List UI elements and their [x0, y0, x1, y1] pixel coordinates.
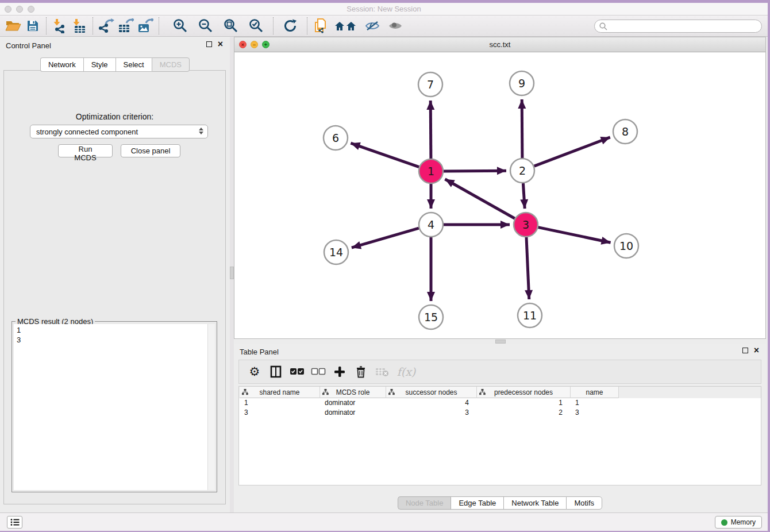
- zoom-fit-icon[interactable]: [221, 17, 241, 34]
- export-table-icon[interactable]: [116, 17, 136, 34]
- tab-select[interactable]: Select: [116, 57, 152, 72]
- zoom-selected-icon[interactable]: [247, 17, 266, 34]
- tab-node-table[interactable]: Node Table: [398, 496, 451, 510]
- node-table: shared nameMCDS rolesuccessor nodesprede…: [238, 386, 761, 485]
- graph-node-14[interactable]: 14: [324, 240, 348, 264]
- close-panel-button[interactable]: Close panel: [121, 144, 180, 157]
- gear-icon[interactable]: ⚙: [246, 363, 263, 380]
- export-image-icon[interactable]: [136, 17, 155, 34]
- hide-eye-icon[interactable]: [363, 17, 382, 34]
- horizontal-splitter[interactable]: [234, 339, 766, 344]
- graph-edge-2-8[interactable]: [534, 137, 610, 166]
- search-input[interactable]: [608, 21, 761, 32]
- splitter-handle[interactable]: [495, 340, 506, 344]
- graph-node-6[interactable]: 6: [324, 126, 348, 150]
- table-cell[interactable]: 1: [571, 398, 619, 408]
- graph-node-1[interactable]: 1: [419, 159, 443, 183]
- graph-edge-2-9[interactable]: [522, 99, 522, 158]
- float-panel-icon[interactable]: [742, 348, 748, 353]
- table-cell[interactable]: 3: [386, 408, 477, 418]
- float-panel-icon[interactable]: [206, 41, 212, 47]
- table-cell[interactable]: 4: [386, 398, 477, 408]
- tab-edge-table[interactable]: Edge Table: [451, 496, 503, 510]
- graph-node-11[interactable]: 11: [518, 303, 542, 327]
- splitter-handle[interactable]: [230, 267, 234, 279]
- import-network-icon[interactable]: [50, 17, 70, 34]
- select-all-icon[interactable]: [288, 363, 306, 380]
- column-header-successor-nodes[interactable]: successor nodes: [386, 387, 477, 398]
- criterion-dropdown[interactable]: strongly connected component: [30, 125, 208, 138]
- graph-edge-1-6[interactable]: [351, 143, 419, 167]
- close-panel-icon[interactable]: ×: [754, 348, 759, 353]
- column-header-shared-name[interactable]: shared name: [240, 387, 320, 398]
- export-network-icon[interactable]: [97, 17, 116, 34]
- column-header-MCDS-role[interactable]: MCDS role: [320, 387, 386, 398]
- run-mcds-button[interactable]: Run MCDS: [58, 144, 113, 157]
- graph-edge-1-7[interactable]: [430, 101, 431, 159]
- tab-mcds[interactable]: MCDS: [152, 57, 190, 72]
- table-cell[interactable]: 1: [477, 398, 571, 408]
- result-scrollbar[interactable]: [207, 324, 215, 490]
- unselect-all-icon[interactable]: [310, 363, 327, 380]
- function-builder-icon[interactable]: f(x): [395, 363, 418, 380]
- graph-edge-3-10[interactable]: [538, 228, 611, 243]
- show-eye-icon[interactable]: [386, 17, 405, 34]
- tab-style[interactable]: Style: [83, 57, 116, 72]
- save-icon[interactable]: [23, 17, 43, 34]
- zoom-out-icon[interactable]: [196, 17, 215, 34]
- tab-network-table[interactable]: Network Table: [503, 496, 566, 510]
- add-column-icon[interactable]: [331, 363, 348, 380]
- table-panel-title: Table Panel: [240, 348, 279, 356]
- import-table-icon[interactable]: [70, 17, 89, 34]
- task-history-button[interactable]: [7, 516, 22, 529]
- graph-node-label: 4: [428, 218, 434, 231]
- graph-node-15[interactable]: 15: [419, 305, 443, 329]
- graph-node-label: 2: [519, 164, 526, 177]
- open-file-icon[interactable]: [3, 17, 23, 34]
- graph-edge-3-1[interactable]: [445, 179, 514, 219]
- network-window-titlebar[interactable]: × − + scc.txt: [234, 37, 765, 52]
- zoom-in-icon[interactable]: [171, 17, 190, 34]
- graph-node-8[interactable]: 8: [613, 119, 637, 144]
- hierarchy-sort-icon: [388, 389, 395, 395]
- table-cell[interactable]: 1: [240, 398, 320, 408]
- graph-node-7[interactable]: 7: [418, 72, 442, 97]
- table-row[interactable]: 1dominator411: [240, 398, 761, 408]
- table-cell[interactable]: dominator: [320, 408, 386, 418]
- memory-button[interactable]: Memory: [715, 516, 762, 529]
- column-icon[interactable]: [267, 363, 284, 380]
- tab-network[interactable]: Network: [40, 57, 83, 72]
- graph-node-4[interactable]: 4: [419, 213, 443, 237]
- graph-node-label: 1: [428, 165, 434, 178]
- graph-edge-1-2[interactable]: [444, 171, 506, 171]
- graph-node-2[interactable]: 2: [510, 159, 534, 183]
- table-row[interactable]: 3dominator323: [240, 408, 761, 418]
- column-header-predecessor-nodes[interactable]: predecessor nodes: [477, 387, 571, 398]
- graph-edge-2-3[interactable]: [523, 183, 525, 209]
- refresh-layout-icon[interactable]: [280, 17, 300, 34]
- column-header-name[interactable]: name: [571, 387, 619, 398]
- mcds-result-area[interactable]: 13: [14, 324, 215, 490]
- table-cell[interactable]: 2: [477, 408, 571, 418]
- hierarchy-sort-icon: [479, 389, 486, 395]
- close-panel-icon[interactable]: ×: [218, 41, 223, 47]
- table-cell[interactable]: 3: [571, 408, 619, 418]
- network-canvas[interactable]: 7968124314101511: [234, 52, 765, 338]
- vertical-splitter[interactable]: [230, 37, 234, 512]
- graph-node-10[interactable]: 10: [614, 234, 638, 258]
- table-cell[interactable]: 3: [240, 408, 320, 418]
- delete-icon[interactable]: [352, 363, 369, 380]
- graph-node-3[interactable]: 3: [514, 213, 538, 237]
- tab-motifs[interactable]: Motifs: [566, 496, 602, 510]
- graph-node-label: 3: [522, 218, 529, 231]
- graph-edge-4-14[interactable]: [352, 228, 419, 248]
- graph-edge-3-11[interactable]: [526, 237, 529, 299]
- column-label: MCDS role: [336, 388, 370, 396]
- duplicate-network-icon[interactable]: [311, 17, 330, 34]
- status-bar: Memory: [0, 512, 768, 531]
- neighbors-homes-icon[interactable]: [334, 17, 359, 34]
- graph-node-9[interactable]: 9: [510, 71, 534, 95]
- table-cell[interactable]: dominator: [320, 398, 386, 408]
- search-field[interactable]: [594, 20, 762, 33]
- delete-table-icon[interactable]: [374, 363, 391, 380]
